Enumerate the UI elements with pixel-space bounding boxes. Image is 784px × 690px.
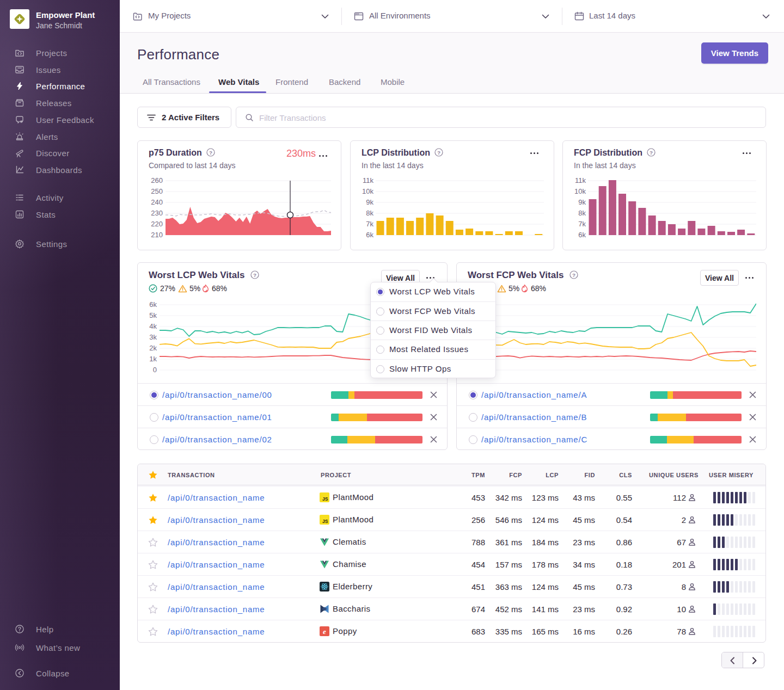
- svg-text:0: 0: [153, 366, 157, 374]
- svg-text:7k: 7k: [578, 220, 586, 228]
- svg-text:10k: 10k: [574, 187, 586, 195]
- svg-text:3k: 3k: [149, 333, 157, 341]
- svg-text:220: 220: [151, 220, 163, 228]
- svg-text:11k: 11k: [363, 176, 373, 184]
- svg-text:6k: 6k: [149, 300, 157, 309]
- svg-text:?: ?: [209, 150, 212, 156]
- svg-text:8k: 8k: [578, 209, 586, 217]
- svg-text:9k: 9k: [366, 198, 373, 206]
- svg-text:8k: 8k: [366, 209, 373, 217]
- svg-text:5k: 5k: [149, 311, 157, 319]
- svg-text:JS: JS: [322, 496, 328, 502]
- svg-text:240: 240: [151, 198, 163, 206]
- svg-text:2k: 2k: [149, 344, 157, 352]
- svg-text:7k: 7k: [366, 220, 373, 228]
- svg-text:e: e: [323, 627, 326, 636]
- svg-text:10k: 10k: [362, 187, 373, 195]
- svg-text:230: 230: [151, 209, 163, 217]
- svg-text:JS: JS: [322, 519, 328, 524]
- svg-text:11k: 11k: [575, 176, 586, 184]
- svg-text:4k: 4k: [149, 322, 157, 330]
- svg-text:1k: 1k: [149, 355, 157, 363]
- svg-text:9k: 9k: [578, 198, 586, 206]
- svg-text:?: ?: [437, 150, 440, 156]
- svg-text:6k: 6k: [578, 231, 586, 239]
- svg-text:210: 210: [151, 231, 163, 239]
- svg-text:?: ?: [253, 272, 256, 278]
- svg-text:260: 260: [151, 176, 163, 184]
- svg-text:6k: 6k: [366, 231, 373, 239]
- svg-text:250: 250: [151, 187, 163, 195]
- svg-text:?: ?: [650, 150, 653, 156]
- svg-text:?: ?: [572, 272, 575, 278]
